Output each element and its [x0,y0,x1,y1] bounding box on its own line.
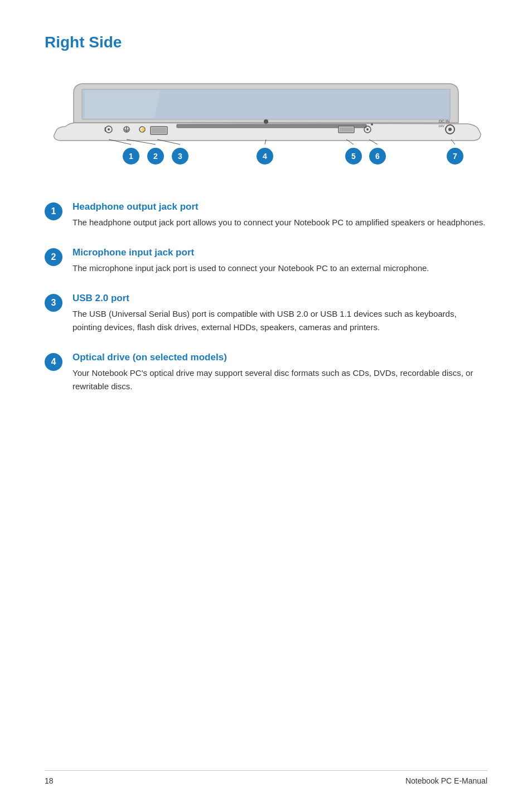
section-4-title: Optical drive (on selected models) [72,352,487,363]
section-3-content: USB 2.0 port The USB (Universal Serial B… [72,293,487,334]
section-2: 2 Microphone input jack port The microph… [45,247,487,275]
section-2-content: Microphone input jack port The microphon… [72,247,487,275]
page-title: Right Side [45,33,487,51]
page: Right Side [0,0,532,802]
svg-point-1 [108,128,110,131]
svg-point-8 [264,119,268,124]
svg-rect-9 [177,124,366,128]
section-1-text: The headphone output jack port allows yo… [72,216,487,229]
badge-2: 2 [45,248,62,266]
svg-text:⚡: ⚡ [139,126,147,133]
svg-text:5: 5 [351,152,356,161]
svg-point-13 [366,128,369,131]
svg-text:2: 2 [153,152,158,161]
section-1: 1 Headphone output jack port The headpho… [45,201,487,229]
section-3: 3 USB 2.0 port The USB (Universal Serial… [45,293,487,334]
badge-3: 3 [45,294,62,312]
badge-1: 1 [45,202,62,220]
footer-doc-title: Notebook PC E-Manual [405,776,487,785]
svg-text:1: 1 [129,152,133,161]
svg-text:7: 7 [453,152,457,161]
svg-point-14 [371,123,373,125]
svg-text:DC IN: DC IN [439,119,449,123]
section-4: 4 Optical drive (on selected models) You… [45,352,487,393]
section-4-text: Your Notebook PC's optical drive may sup… [72,366,487,393]
svg-rect-7 [152,128,166,133]
svg-point-16 [448,128,452,131]
section-3-text: The USB (Universal Serial Bus) port is c… [72,307,487,334]
badge-4: 4 [45,353,62,371]
diagram-container: ⚡ [45,74,487,173]
section-1-title: Headphone output jack port [72,201,487,212]
page-footer: 18 Notebook PC E-Manual [45,770,487,785]
footer-page-number: 18 [45,776,54,785]
svg-text:6: 6 [375,152,380,161]
svg-rect-11 [340,127,353,132]
section-1-content: Headphone output jack port The headphone… [72,201,487,229]
laptop-diagram: ⚡ [49,74,483,173]
section-2-text: The microphone input jack port is used t… [72,262,487,275]
section-2-title: Microphone input jack port [72,247,487,258]
svg-text:19V: 19V [438,124,444,128]
svg-text:4: 4 [263,152,267,161]
svg-text:3: 3 [178,152,182,161]
section-4-content: Optical drive (on selected models) Your … [72,352,487,393]
section-3-title: USB 2.0 port [72,293,487,304]
